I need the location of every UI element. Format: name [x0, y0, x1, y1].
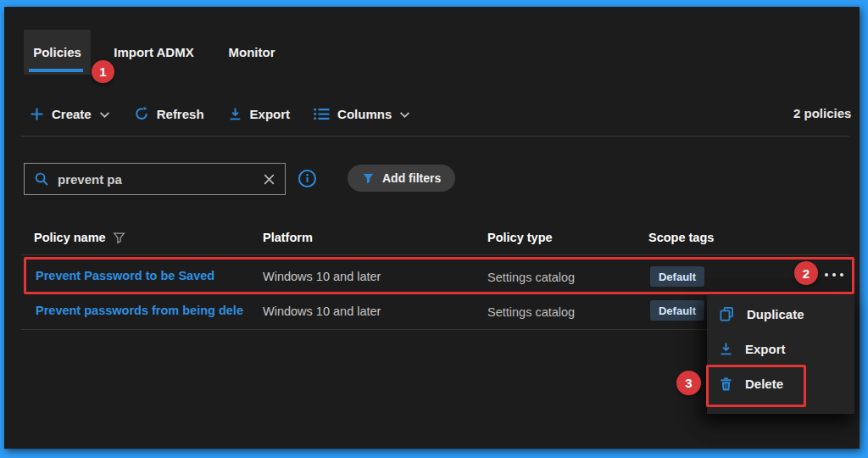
- filter-funnel-outline-icon: [113, 232, 125, 244]
- policy-link-prevent-password-saved[interactable]: Prevent Password to be Saved: [36, 269, 214, 282]
- trash-icon: [719, 377, 733, 392]
- search-icon: [34, 171, 49, 187]
- annotation-step-2: 2: [794, 261, 818, 285]
- context-menu-export[interactable]: Export: [707, 332, 854, 366]
- chevron-down-icon: [399, 107, 410, 121]
- policy-name-header-label: Policy name: [34, 231, 106, 244]
- screenshot-frame: Policies Import ADMX Monitor 1 Create: [0, 0, 868, 458]
- duplicate-label: Duplicate: [747, 307, 804, 321]
- context-menu-duplicate[interactable]: Duplicate: [707, 297, 854, 332]
- tab-monitor-label: Monitor: [229, 45, 275, 59]
- columns-button[interactable]: Columns: [314, 107, 410, 121]
- scope-tags-header-label: Scope tags: [648, 231, 714, 244]
- delete-label: Delete: [745, 377, 783, 391]
- clear-search-icon[interactable]: [263, 173, 275, 186]
- tab-monitor[interactable]: Monitor: [217, 30, 287, 75]
- toolbar-divider: [21, 136, 849, 137]
- add-filters-label: Add filters: [382, 171, 441, 185]
- columns-button-label: Columns: [337, 107, 392, 121]
- refresh-button-label: Refresh: [157, 107, 204, 121]
- export-download-icon: [719, 342, 733, 356]
- column-header-policy-name[interactable]: Policy name: [34, 231, 125, 244]
- row1-platform: Windows 10 and later: [263, 270, 381, 283]
- download-icon: [228, 107, 242, 121]
- refresh-icon: [134, 106, 149, 121]
- info-icon[interactable]: [298, 169, 317, 188]
- annotation-step-1-number: 1: [99, 64, 106, 79]
- chevron-down-icon: [99, 107, 110, 121]
- row2-scope-tag-badge: Default: [650, 300, 704, 321]
- annotation-step-3-number: 3: [685, 376, 692, 390]
- policy-type-header-label: Policy type: [487, 231, 553, 244]
- annotation-step-2-number: 2: [803, 266, 810, 281]
- command-bar: Create Refresh Export: [30, 101, 410, 126]
- platform-header-label: Platform: [263, 231, 313, 244]
- annotation-step-1: 1: [92, 60, 114, 83]
- column-header-policy-type: Policy type: [487, 231, 553, 244]
- export-button-label: Export: [250, 107, 291, 121]
- active-tab-underline: [29, 69, 83, 72]
- row1-scope-tag-badge: Default: [650, 266, 704, 287]
- create-button[interactable]: Create: [30, 107, 110, 121]
- search-input[interactable]: [58, 172, 254, 187]
- create-button-label: Create: [52, 107, 92, 121]
- tab-import-admx-label: Import ADMX: [114, 45, 193, 59]
- row2-platform: Windows 10 and later: [263, 304, 381, 318]
- export-button[interactable]: Export: [228, 107, 291, 121]
- filter-funnel-icon: [362, 172, 375, 185]
- policy-count: 2 policies: [793, 106, 851, 120]
- search-box[interactable]: [24, 163, 286, 195]
- annotation-step-3: 3: [676, 371, 701, 395]
- add-filters-button[interactable]: Add filters: [348, 165, 455, 192]
- list-columns-icon: [314, 108, 330, 120]
- duplicate-copy-icon: [719, 306, 735, 322]
- row-context-menu: Duplicate Export Delete: [707, 295, 854, 414]
- row2-policy-type: Settings catalog: [487, 305, 575, 319]
- context-menu-delete[interactable]: Delete: [707, 366, 854, 401]
- row-divider: [21, 329, 707, 330]
- export-label: Export: [745, 342, 786, 356]
- header-divider: [21, 254, 849, 255]
- row1-more-options-button[interactable]: [825, 273, 843, 276]
- policy-link-prevent-passwords-deleted[interactable]: Prevent passwords from being dele: [36, 304, 243, 317]
- column-header-scope-tags: Scope tags: [648, 231, 714, 244]
- column-header-platform: Platform: [263, 231, 313, 244]
- tab-policies[interactable]: Policies: [24, 30, 91, 75]
- plus-icon: [30, 107, 44, 121]
- row1-policy-type: Settings catalog: [487, 271, 575, 284]
- tab-policies-label: Policies: [33, 45, 81, 59]
- tab-import-admx[interactable]: Import ADMX: [106, 30, 202, 75]
- refresh-button[interactable]: Refresh: [134, 106, 204, 121]
